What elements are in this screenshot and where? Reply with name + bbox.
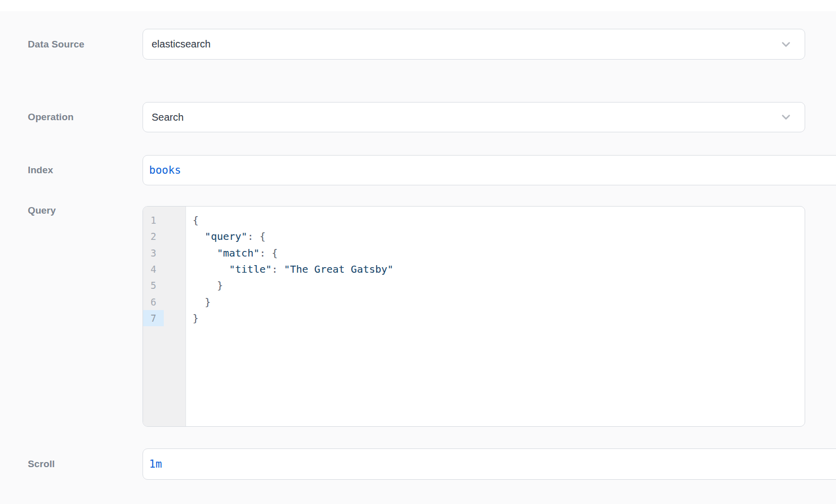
- field-row-scroll: Scroll: [28, 448, 805, 480]
- code-line: "match": {: [193, 245, 805, 261]
- code-line: "title": "The Great Gatsby": [193, 261, 805, 277]
- line-number-gutter: 1234567: [143, 207, 186, 426]
- field-label-query: Query: [28, 205, 134, 216]
- field-label-scroll: Scroll: [28, 448, 134, 480]
- field-label-data-source: Data Source: [28, 29, 134, 60]
- line-number: 7: [143, 310, 164, 326]
- line-number: 6: [143, 294, 164, 310]
- operation-select[interactable]: Search: [143, 102, 805, 132]
- panel-top-edge: [0, 0, 836, 11]
- code-line: }: [193, 310, 805, 326]
- field-label-index: Index: [28, 155, 134, 185]
- line-number: 3: [143, 245, 164, 261]
- data-source-select[interactable]: elasticsearch: [143, 29, 805, 60]
- data-source-selected-value: elasticsearch: [152, 38, 211, 50]
- field-row-index: Index: [28, 155, 805, 185]
- code-line: {: [193, 212, 805, 228]
- field-row-query: Query 1234567 { "query": { "match": { "t…: [28, 206, 805, 427]
- scroll-input[interactable]: [143, 448, 836, 480]
- field-row-data-source: Data Source elasticsearch: [28, 29, 805, 60]
- operation-selected-value: Search: [152, 112, 183, 123]
- chevron-down-icon: [779, 111, 793, 124]
- node-parameters-panel: Data Source elasticsearch Operation Sear…: [0, 0, 836, 504]
- chevron-down-icon: [779, 38, 793, 51]
- code-line: }: [193, 277, 805, 293]
- line-number: 5: [143, 277, 164, 293]
- query-code-area[interactable]: { "query": { "match": { "title": "The Gr…: [186, 207, 805, 426]
- code-line: "query": {: [193, 228, 805, 244]
- field-row-operation: Operation Search: [28, 102, 805, 132]
- line-number: 2: [143, 228, 164, 244]
- field-label-operation: Operation: [28, 102, 134, 132]
- index-input[interactable]: [143, 155, 836, 185]
- line-number: 4: [143, 261, 164, 277]
- line-number: 1: [143, 212, 164, 228]
- code-line: }: [193, 294, 805, 310]
- query-code-editor: 1234567 { "query": { "match": { "title":…: [143, 206, 805, 427]
